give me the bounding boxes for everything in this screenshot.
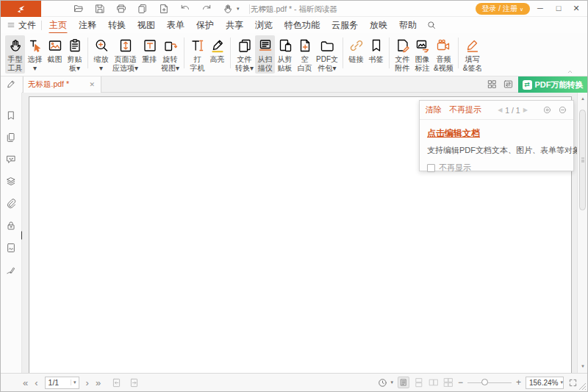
next-view-icon[interactable] — [129, 377, 140, 388]
file-menu[interactable]: 文件 — [7, 19, 36, 32]
ribbon-item-fit-page[interactable]: 页面适应选项▾ — [111, 35, 140, 74]
save-icon[interactable] — [94, 3, 106, 15]
ribbon-item-hand[interactable]: 手型工具 — [5, 35, 25, 74]
ribbon-item-from-clipboard[interactable]: 从剪贴板 — [275, 35, 295, 74]
scroll-down-icon[interactable]: ▼ — [578, 364, 588, 368]
clear-button[interactable]: 清除 — [426, 104, 442, 115]
scroll-up-icon[interactable]: ▲ — [578, 96, 588, 101]
maximize-button[interactable]: □ — [550, 1, 567, 16]
menu-item-浏览[interactable]: 浏览 — [254, 17, 273, 34]
menu-item-主页[interactable]: 主页 — [49, 17, 68, 34]
security-icon[interactable] — [5, 220, 17, 232]
ribbon-item-rotate-view[interactable]: 旋转视图▾ — [159, 35, 181, 74]
ribbon-item-file-convert[interactable]: 文件转换▾ — [234, 35, 255, 74]
split-view-icon[interactable] — [503, 79, 514, 90]
ribbon-item-fill-sign[interactable]: 填写&签名 — [462, 35, 484, 74]
ribbon-item-portfolio[interactable]: PDF文件包▾ — [315, 35, 340, 74]
ribbon-item-blank-page[interactable]: 空白页 — [295, 35, 315, 74]
zoom-slider-thumb[interactable] — [481, 379, 488, 385]
open-icon[interactable] — [73, 3, 85, 15]
login-button[interactable]: 登录 / 注册∨ — [476, 3, 530, 15]
minimize-button[interactable]: ─ — [531, 1, 549, 16]
menu-item-保护[interactable]: 保护 — [196, 17, 215, 34]
page-number-combo[interactable]: 1/1 ▾ — [45, 377, 79, 389]
ribbon-item-typewriter[interactable]: 打字机 — [187, 35, 207, 74]
menu-item-特色功能[interactable]: 特色功能 — [284, 17, 320, 34]
ribbon-item-zoom-tool[interactable]: 缩放▾ — [91, 35, 111, 74]
ribbon-item-reflow[interactable]: 重排 — [140, 35, 159, 74]
zoom-out-button[interactable]: − — [458, 378, 463, 387]
menu-item-云服务[interactable]: 云服务 — [331, 17, 359, 34]
ribbon-item-bookmark[interactable]: 书签 — [366, 35, 386, 74]
scroll-thumb[interactable] — [579, 110, 586, 210]
ribbon-item-snapshot[interactable]: 截图 — [45, 35, 65, 74]
close-button[interactable]: ✕ — [567, 1, 585, 16]
ribbon-item-clipboard[interactable]: 剪贴板▾ — [65, 35, 85, 74]
menu-item-转换[interactable]: 转换 — [107, 17, 126, 34]
prev-view-icon[interactable] — [111, 377, 122, 388]
document-viewport[interactable]: 清除 不再提示 ◀ 1 / 1 ▶ 点击编辑文档 支持编辑PDF文档文本、图片、… — [22, 93, 577, 373]
fullscreen-icon[interactable] — [568, 378, 578, 388]
document-tab[interactable]: 无标题.pdf * ✕ — [23, 76, 101, 93]
vertical-scrollbar[interactable]: ▲ ▼ — [577, 93, 587, 373]
zoom-in-button[interactable]: + — [516, 378, 521, 387]
menu-item-表单[interactable]: 表单 — [166, 17, 185, 34]
page-thumbnails-icon[interactable] — [5, 132, 17, 143]
layout-facing-icon[interactable] — [429, 377, 439, 388]
print-icon[interactable] — [115, 3, 127, 15]
ribbon-item-link[interactable]: 链接 — [346, 35, 366, 74]
collapse-circle-icon[interactable] — [558, 105, 567, 115]
new-page-icon[interactable] — [158, 3, 170, 15]
comments-icon[interactable] — [5, 154, 17, 165]
resize-grip[interactable] — [578, 382, 587, 391]
hand-sign-icon[interactable] — [5, 264, 17, 276]
checkbox-box[interactable] — [427, 164, 435, 172]
scroll-mode-icon[interactable] — [377, 377, 388, 388]
tile-pages-icon[interactable] — [487, 79, 498, 90]
layout-continuous-icon[interactable] — [414, 377, 424, 388]
ribbon-item-scanner[interactable]: 从扫描仪 — [255, 35, 275, 74]
layers-icon[interactable] — [5, 176, 17, 188]
zoom-slider[interactable] — [467, 378, 512, 387]
first-page-button[interactable]: « — [23, 378, 28, 388]
ribbon-item-file-attach[interactable]: 文件附件 — [392, 35, 412, 74]
layout-cont-facing-icon[interactable] — [443, 377, 453, 388]
pager-prev-icon[interactable]: ◀ — [498, 107, 502, 113]
tab-close-icon[interactable]: ✕ — [87, 79, 96, 90]
hand-mode-caret[interactable]: ▾ — [237, 6, 240, 12]
zoom-level-combo[interactable]: 156.24% ▾ — [526, 377, 564, 389]
bookmarks-icon[interactable] — [5, 110, 17, 121]
next-page-button[interactable]: › — [86, 378, 89, 388]
ribbon-item-audio-video[interactable]: 音频&视频 — [432, 35, 455, 74]
attachments-icon[interactable] — [5, 198, 17, 210]
pdf-convert-button[interactable]: ⇄ PDF万能转换 — [518, 76, 587, 93]
prev-page-button[interactable]: ‹ — [35, 378, 37, 388]
dont-show-checkbox[interactable]: 不再显示 — [427, 163, 566, 174]
menu-item-帮助[interactable]: 帮助 — [398, 17, 417, 34]
scroll-mode-caret-icon[interactable]: ▾ — [390, 379, 393, 385]
undo-icon[interactable] — [179, 3, 191, 15]
ribbon-item-image-annot[interactable]: 图像标注 — [412, 35, 432, 74]
ribbon-item-select-cursor[interactable]: 选择▾ — [25, 35, 45, 74]
menu-item-注释[interactable]: 注释 — [78, 17, 97, 34]
settings-circle-icon[interactable] — [542, 105, 552, 115]
menu-item-视图[interactable]: 视图 — [137, 17, 156, 34]
ribbon-item-highlight[interactable]: 高亮 — [207, 35, 227, 74]
zoom-combo-caret-icon[interactable]: ▾ — [558, 379, 565, 385]
menu-item-共享[interactable]: 共享 — [225, 17, 244, 34]
edit-document-link[interactable]: 点击编辑文档 — [427, 127, 480, 140]
digital-signatures-icon[interactable] — [5, 242, 17, 254]
pager-next-icon[interactable]: ▶ — [523, 107, 528, 113]
page-combo-caret-icon[interactable]: ▾ — [71, 379, 79, 385]
menu-item-放映[interactable]: 放映 — [369, 17, 388, 34]
last-page-button[interactable]: » — [96, 378, 101, 388]
redo-icon[interactable] — [201, 3, 212, 15]
layout-single-icon[interactable] — [398, 377, 409, 388]
search-icon[interactable] — [426, 20, 437, 30]
annotate-pencil-icon[interactable] — [6, 79, 18, 90]
ribbon-collapse-icon[interactable] — [566, 68, 574, 76]
dont-remind-button[interactable]: 不再提示 — [449, 104, 481, 115]
app-logo[interactable] — [1, 1, 41, 17]
copy-page-icon[interactable] — [137, 3, 148, 15]
hand-mode-icon[interactable] — [222, 3, 234, 15]
